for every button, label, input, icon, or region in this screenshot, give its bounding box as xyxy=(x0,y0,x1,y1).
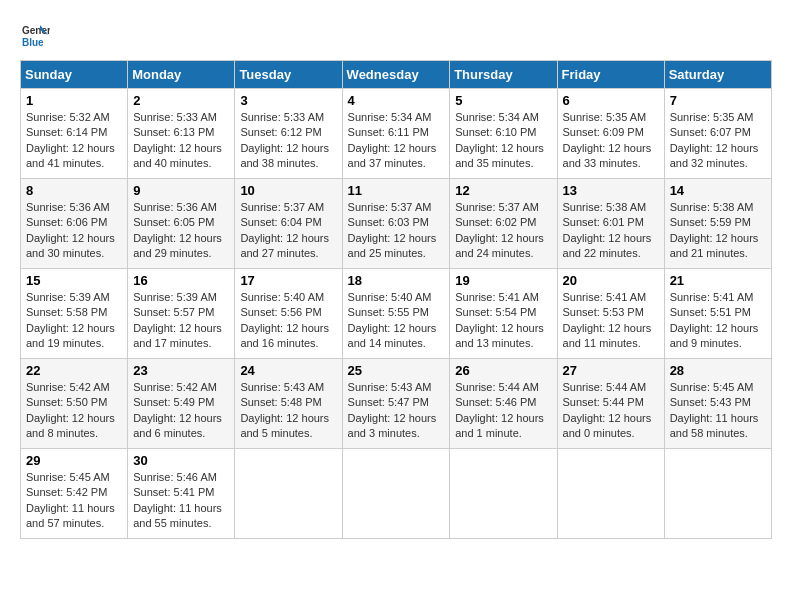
calendar-cell: 4 Sunrise: 5:34 AM Sunset: 6:11 PM Dayli… xyxy=(342,89,450,179)
daylight-label: Daylight: 11 hours and 57 minutes. xyxy=(26,502,115,529)
day-info: Sunrise: 5:42 AM Sunset: 5:49 PM Dayligh… xyxy=(133,380,229,442)
sunset-label: Sunset: 6:12 PM xyxy=(240,126,321,138)
day-number: 18 xyxy=(348,273,445,288)
sunrise-label: Sunrise: 5:38 AM xyxy=(670,201,754,213)
day-number: 27 xyxy=(563,363,659,378)
calendar-cell: 3 Sunrise: 5:33 AM Sunset: 6:12 PM Dayli… xyxy=(235,89,342,179)
day-info: Sunrise: 5:37 AM Sunset: 6:04 PM Dayligh… xyxy=(240,200,336,262)
calendar-cell: 7 Sunrise: 5:35 AM Sunset: 6:07 PM Dayli… xyxy=(664,89,771,179)
daylight-label: Daylight: 12 hours and 29 minutes. xyxy=(133,232,222,259)
day-info: Sunrise: 5:45 AM Sunset: 5:43 PM Dayligh… xyxy=(670,380,766,442)
daylight-label: Daylight: 12 hours and 24 minutes. xyxy=(455,232,544,259)
day-info: Sunrise: 5:41 AM Sunset: 5:51 PM Dayligh… xyxy=(670,290,766,352)
sunrise-label: Sunrise: 5:32 AM xyxy=(26,111,110,123)
day-number: 28 xyxy=(670,363,766,378)
daylight-label: Daylight: 12 hours and 9 minutes. xyxy=(670,322,759,349)
day-info: Sunrise: 5:38 AM Sunset: 5:59 PM Dayligh… xyxy=(670,200,766,262)
calendar-table: SundayMondayTuesdayWednesdayThursdayFrid… xyxy=(20,60,772,539)
sunset-label: Sunset: 6:06 PM xyxy=(26,216,107,228)
sunrise-label: Sunrise: 5:42 AM xyxy=(26,381,110,393)
sunset-label: Sunset: 5:56 PM xyxy=(240,306,321,318)
sunset-label: Sunset: 5:43 PM xyxy=(670,396,751,408)
day-number: 26 xyxy=(455,363,551,378)
sunrise-label: Sunrise: 5:41 AM xyxy=(563,291,647,303)
sunset-label: Sunset: 5:58 PM xyxy=(26,306,107,318)
sunset-label: Sunset: 5:44 PM xyxy=(563,396,644,408)
daylight-label: Daylight: 12 hours and 17 minutes. xyxy=(133,322,222,349)
sunset-label: Sunset: 6:09 PM xyxy=(563,126,644,138)
calendar-cell: 15 Sunrise: 5:39 AM Sunset: 5:58 PM Dayl… xyxy=(21,269,128,359)
day-info: Sunrise: 5:44 AM Sunset: 5:44 PM Dayligh… xyxy=(563,380,659,442)
sunset-label: Sunset: 5:55 PM xyxy=(348,306,429,318)
day-info: Sunrise: 5:36 AM Sunset: 6:05 PM Dayligh… xyxy=(133,200,229,262)
calendar-cell: 24 Sunrise: 5:43 AM Sunset: 5:48 PM Dayl… xyxy=(235,359,342,449)
sunset-label: Sunset: 5:51 PM xyxy=(670,306,751,318)
sunrise-label: Sunrise: 5:39 AM xyxy=(133,291,217,303)
daylight-label: Daylight: 12 hours and 27 minutes. xyxy=(240,232,329,259)
sunset-label: Sunset: 5:49 PM xyxy=(133,396,214,408)
day-info: Sunrise: 5:43 AM Sunset: 5:48 PM Dayligh… xyxy=(240,380,336,442)
calendar-cell: 30 Sunrise: 5:46 AM Sunset: 5:41 PM Dayl… xyxy=(128,449,235,539)
day-info: Sunrise: 5:33 AM Sunset: 6:12 PM Dayligh… xyxy=(240,110,336,172)
calendar-cell: 12 Sunrise: 5:37 AM Sunset: 6:02 PM Dayl… xyxy=(450,179,557,269)
daylight-label: Daylight: 12 hours and 21 minutes. xyxy=(670,232,759,259)
calendar-cell: 20 Sunrise: 5:41 AM Sunset: 5:53 PM Dayl… xyxy=(557,269,664,359)
day-info: Sunrise: 5:43 AM Sunset: 5:47 PM Dayligh… xyxy=(348,380,445,442)
daylight-label: Daylight: 12 hours and 11 minutes. xyxy=(563,322,652,349)
day-number: 16 xyxy=(133,273,229,288)
day-number: 25 xyxy=(348,363,445,378)
day-number: 15 xyxy=(26,273,122,288)
daylight-label: Daylight: 12 hours and 1 minute. xyxy=(455,412,544,439)
day-info: Sunrise: 5:37 AM Sunset: 6:03 PM Dayligh… xyxy=(348,200,445,262)
sunset-label: Sunset: 5:46 PM xyxy=(455,396,536,408)
day-number: 4 xyxy=(348,93,445,108)
svg-text:Blue: Blue xyxy=(22,37,44,48)
sunset-label: Sunset: 5:41 PM xyxy=(133,486,214,498)
day-info: Sunrise: 5:41 AM Sunset: 5:54 PM Dayligh… xyxy=(455,290,551,352)
sunrise-label: Sunrise: 5:41 AM xyxy=(455,291,539,303)
sunrise-label: Sunrise: 5:38 AM xyxy=(563,201,647,213)
sunrise-label: Sunrise: 5:34 AM xyxy=(455,111,539,123)
sunrise-label: Sunrise: 5:46 AM xyxy=(133,471,217,483)
sunrise-label: Sunrise: 5:34 AM xyxy=(348,111,432,123)
weekday-header-saturday: Saturday xyxy=(664,61,771,89)
day-number: 1 xyxy=(26,93,122,108)
day-info: Sunrise: 5:34 AM Sunset: 6:10 PM Dayligh… xyxy=(455,110,551,172)
calendar-week-5: 29 Sunrise: 5:45 AM Sunset: 5:42 PM Dayl… xyxy=(21,449,772,539)
logo: General Blue xyxy=(20,20,54,50)
sunset-label: Sunset: 6:05 PM xyxy=(133,216,214,228)
daylight-label: Daylight: 12 hours and 5 minutes. xyxy=(240,412,329,439)
day-number: 24 xyxy=(240,363,336,378)
day-info: Sunrise: 5:37 AM Sunset: 6:02 PM Dayligh… xyxy=(455,200,551,262)
daylight-label: Daylight: 12 hours and 19 minutes. xyxy=(26,322,115,349)
daylight-label: Daylight: 11 hours and 58 minutes. xyxy=(670,412,759,439)
calendar-cell: 18 Sunrise: 5:40 AM Sunset: 5:55 PM Dayl… xyxy=(342,269,450,359)
calendar-cell xyxy=(450,449,557,539)
daylight-label: Daylight: 12 hours and 32 minutes. xyxy=(670,142,759,169)
daylight-label: Daylight: 12 hours and 3 minutes. xyxy=(348,412,437,439)
sunset-label: Sunset: 6:02 PM xyxy=(455,216,536,228)
sunset-label: Sunset: 5:57 PM xyxy=(133,306,214,318)
calendar-cell: 26 Sunrise: 5:44 AM Sunset: 5:46 PM Dayl… xyxy=(450,359,557,449)
day-info: Sunrise: 5:35 AM Sunset: 6:07 PM Dayligh… xyxy=(670,110,766,172)
calendar-cell: 14 Sunrise: 5:38 AM Sunset: 5:59 PM Dayl… xyxy=(664,179,771,269)
calendar-week-4: 22 Sunrise: 5:42 AM Sunset: 5:50 PM Dayl… xyxy=(21,359,772,449)
day-number: 5 xyxy=(455,93,551,108)
sunset-label: Sunset: 5:47 PM xyxy=(348,396,429,408)
daylight-label: Daylight: 12 hours and 22 minutes. xyxy=(563,232,652,259)
calendar-week-2: 8 Sunrise: 5:36 AM Sunset: 6:06 PM Dayli… xyxy=(21,179,772,269)
calendar-cell: 21 Sunrise: 5:41 AM Sunset: 5:51 PM Dayl… xyxy=(664,269,771,359)
day-number: 3 xyxy=(240,93,336,108)
day-number: 2 xyxy=(133,93,229,108)
sunrise-label: Sunrise: 5:36 AM xyxy=(26,201,110,213)
sunrise-label: Sunrise: 5:33 AM xyxy=(133,111,217,123)
day-info: Sunrise: 5:32 AM Sunset: 6:14 PM Dayligh… xyxy=(26,110,122,172)
weekday-header-sunday: Sunday xyxy=(21,61,128,89)
day-number: 29 xyxy=(26,453,122,468)
calendar-cell: 29 Sunrise: 5:45 AM Sunset: 5:42 PM Dayl… xyxy=(21,449,128,539)
daylight-label: Daylight: 12 hours and 30 minutes. xyxy=(26,232,115,259)
day-number: 9 xyxy=(133,183,229,198)
day-info: Sunrise: 5:46 AM Sunset: 5:41 PM Dayligh… xyxy=(133,470,229,532)
calendar-cell: 27 Sunrise: 5:44 AM Sunset: 5:44 PM Dayl… xyxy=(557,359,664,449)
day-number: 8 xyxy=(26,183,122,198)
